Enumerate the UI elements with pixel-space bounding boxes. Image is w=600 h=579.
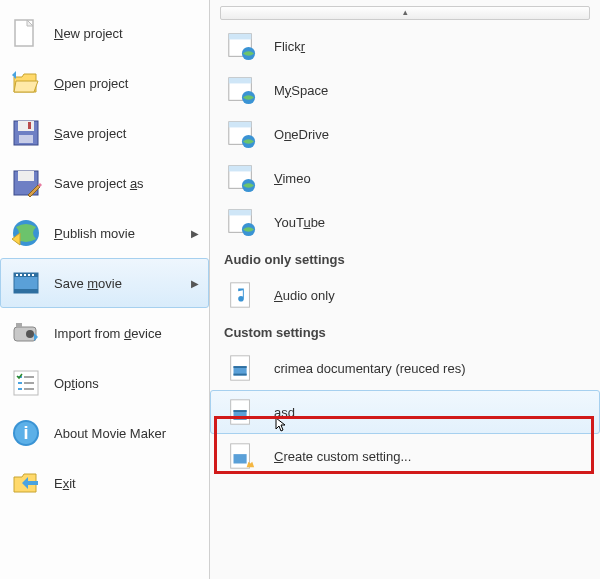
menu-about[interactable]: i About Movie Maker [0, 408, 209, 458]
about-icon: i [10, 417, 42, 449]
svg-rect-2 [18, 121, 34, 131]
menu-exit[interactable]: Exit [0, 458, 209, 508]
menu-label: Save project as [54, 176, 199, 191]
movie-file-icon [226, 397, 256, 427]
create-custom-icon [226, 441, 256, 471]
submenu-audio-only[interactable]: Audio only [210, 273, 600, 317]
submenu-onedrive[interactable]: OneDrive [210, 112, 600, 156]
svg-rect-10 [14, 289, 38, 293]
menu-label: Import from device [54, 326, 199, 341]
submenu-arrow-icon: ▶ [191, 278, 199, 289]
menu-label: Options [54, 376, 199, 391]
submenu-label: Audio only [274, 288, 335, 303]
submenu-youtube[interactable]: YouTube [210, 200, 600, 244]
submenu-label: Create custom setting... [274, 449, 411, 464]
svg-rect-45 [234, 410, 247, 412]
web-page-icon [226, 163, 256, 193]
file-menu: New project Open project Save project Sa… [0, 0, 600, 579]
svg-rect-12 [20, 274, 22, 276]
menu-options[interactable]: Options [0, 358, 209, 408]
submenu-custom-crimea[interactable]: crimea documentary (reuced res) [210, 346, 600, 390]
submenu-label: Vimeo [274, 171, 311, 186]
audio-file-icon [226, 280, 256, 310]
menu-new-project[interactable]: New project [0, 8, 209, 58]
menu-import-from-device[interactable]: Import from device [0, 308, 209, 358]
section-custom-header: Custom settings [210, 317, 600, 346]
svg-rect-3 [19, 135, 33, 143]
svg-point-17 [26, 330, 34, 338]
svg-rect-30 [229, 122, 252, 128]
save-project-as-icon [10, 167, 42, 199]
submenu-label: Flickr [274, 39, 305, 54]
exit-icon [10, 467, 42, 499]
save-project-icon [10, 117, 42, 149]
svg-text:i: i [23, 423, 28, 443]
svg-rect-36 [229, 210, 252, 216]
menu-label: New project [54, 26, 199, 41]
submenu-custom-asd[interactable]: asd [210, 390, 600, 434]
menu-label: Save project [54, 126, 199, 141]
submenu-vimeo[interactable]: Vimeo [210, 156, 600, 200]
save-movie-icon [10, 267, 42, 299]
menu-save-movie[interactable]: Save movie ▶ [0, 258, 209, 308]
svg-rect-18 [16, 323, 22, 327]
section-audio-header: Audio only settings [210, 244, 600, 273]
svg-rect-6 [18, 171, 34, 181]
menu-label: Open project [54, 76, 199, 91]
submenu-myspace[interactable]: MySpace [210, 68, 600, 112]
submenu-flickr[interactable]: Flickr [210, 24, 600, 68]
import-device-icon [10, 317, 42, 349]
menu-save-project-as[interactable]: Save project as [0, 158, 209, 208]
submenu-arrow-icon: ▶ [191, 228, 199, 239]
submenu-label: MySpace [274, 83, 328, 98]
svg-rect-13 [24, 274, 26, 276]
svg-rect-24 [229, 34, 252, 40]
web-page-icon [226, 119, 256, 149]
svg-rect-15 [32, 274, 34, 276]
menu-publish-movie[interactable]: Publish movie ▶ [0, 208, 209, 258]
svg-rect-27 [229, 78, 252, 84]
open-project-icon [10, 67, 42, 99]
svg-rect-46 [234, 418, 247, 420]
menu-open-project[interactable]: Open project [0, 58, 209, 108]
submenu-create-custom[interactable]: Create custom setting... [210, 434, 600, 478]
web-page-icon [226, 31, 256, 61]
svg-rect-48 [234, 454, 247, 463]
svg-rect-14 [28, 274, 30, 276]
scroll-up-button[interactable]: ▴ [220, 6, 590, 20]
svg-rect-33 [229, 166, 252, 172]
menu-label: Save movie [54, 276, 187, 291]
submenu-label: OneDrive [274, 127, 329, 142]
submenu-label: crimea documentary (reuced res) [274, 361, 465, 376]
svg-rect-4 [28, 122, 31, 129]
movie-file-icon [226, 353, 256, 383]
submenu-label: asd [274, 405, 295, 420]
save-movie-submenu: ▴ Flickr MySpace OneDrive Vimeo [210, 0, 600, 579]
menu-save-project[interactable]: Save project [0, 108, 209, 158]
menu-label: About Movie Maker [54, 426, 199, 441]
svg-rect-41 [234, 366, 247, 368]
new-project-icon [10, 17, 42, 49]
menu-label: Publish movie [54, 226, 187, 241]
web-page-icon [226, 207, 256, 237]
menu-label: Exit [54, 476, 199, 491]
svg-rect-42 [234, 374, 247, 376]
left-menu-panel: New project Open project Save project Sa… [0, 0, 210, 579]
submenu-label: YouTube [274, 215, 325, 230]
options-icon [10, 367, 42, 399]
svg-rect-11 [16, 274, 18, 276]
svg-rect-38 [231, 283, 250, 307]
web-page-icon [226, 75, 256, 105]
publish-movie-icon [10, 217, 42, 249]
